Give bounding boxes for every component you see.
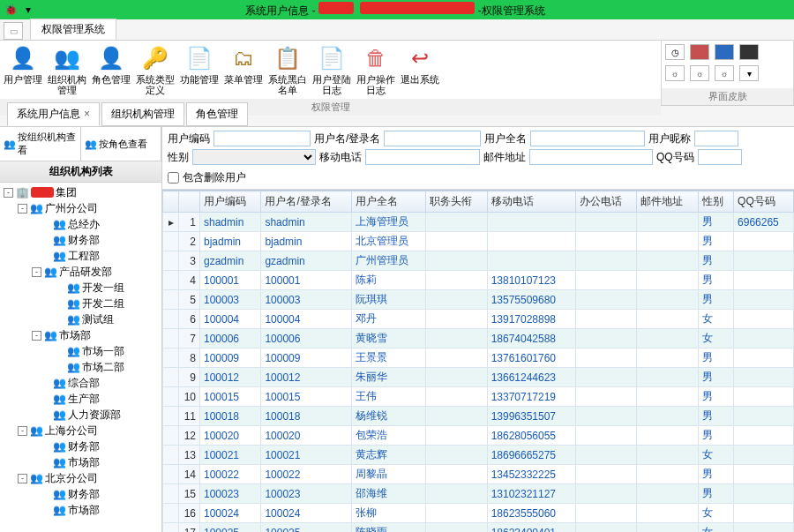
cell-name: 阮琪琪 xyxy=(352,290,426,310)
tree-node[interactable]: 👥生产部 xyxy=(0,391,161,407)
table-row[interactable]: 6 100004 100004 邓丹 13917028898 女 xyxy=(163,310,794,329)
expand-icon[interactable]: - xyxy=(18,474,27,483)
user-grid[interactable]: 用户编码用户名/登录名用户全名职务头衔移动电话办公电话邮件地址性别QQ号码 ▸ … xyxy=(162,190,794,532)
expand-icon[interactable]: - xyxy=(32,331,41,341)
skin-option[interactable] xyxy=(690,44,709,60)
input-login[interactable] xyxy=(384,131,481,146)
column-header[interactable]: 性别 xyxy=(698,191,733,213)
tree-node[interactable]: -👥北京分公司 xyxy=(0,470,161,486)
expand-icon[interactable]: - xyxy=(4,188,13,198)
table-row[interactable]: 16 100024 100024 张柳 18623555060 女 xyxy=(163,504,794,523)
tree-node[interactable]: 👥开发一组 xyxy=(0,280,161,296)
table-row[interactable]: 2 bjadmin bjadmin 北京管理员 男 xyxy=(163,232,794,251)
ribbon-组织机构管理[interactable]: 👥组织机构管理 xyxy=(46,42,88,97)
tree-node[interactable]: 👥财务部 xyxy=(0,438,161,454)
expand-icon[interactable]: - xyxy=(18,426,27,436)
tree-node[interactable]: 👥财务部 xyxy=(0,486,161,502)
tree-node[interactable]: 👥市场一部 xyxy=(0,343,161,359)
skin-option[interactable]: ☼ xyxy=(690,65,709,81)
cell-title xyxy=(426,504,487,523)
input-email[interactable] xyxy=(529,149,653,165)
input-fullname[interactable] xyxy=(530,131,645,146)
tree-node[interactable]: -🏢集团 xyxy=(0,184,161,200)
doc-icon[interactable]: ▭ xyxy=(4,22,23,40)
tree-node[interactable]: 👥人力资源部 xyxy=(0,407,161,423)
ribbon-用户管理[interactable]: 👤用户管理 xyxy=(2,42,44,97)
ribbon-用户登陆日志[interactable]: 📄用户登陆日志 xyxy=(311,42,353,97)
dropdown-icon[interactable]: ▾ xyxy=(21,3,35,17)
skin-option[interactable]: ▾ xyxy=(739,65,759,81)
table-row[interactable]: 11 100018 100018 杨维锐 13996351507 男 xyxy=(163,407,794,426)
main-tab[interactable]: 权限管理系统 xyxy=(30,19,116,40)
tree-node[interactable]: -👥上海分公司 xyxy=(0,423,161,438)
table-row[interactable]: 5 100003 100003 阮琪琪 13575509680 男 xyxy=(163,290,794,310)
tree-node[interactable]: 👥市场二部 xyxy=(0,359,161,375)
view-tab[interactable]: 👥按组织机构查看 xyxy=(0,127,81,161)
table-row[interactable]: 17 100025 100025 陈晓雨 18623400401 女 xyxy=(163,523,794,533)
ribbon-退出系统[interactable]: ↩退出系统 xyxy=(399,42,441,97)
table-row[interactable]: 4 100001 100001 陈莉 13810107123 男 xyxy=(163,271,794,290)
table-row[interactable]: 9 100012 100012 朱丽华 13661244623 男 xyxy=(163,368,794,387)
column-header[interactable]: 用户编码 xyxy=(200,191,261,213)
column-header[interactable] xyxy=(179,191,200,213)
table-row[interactable]: ▸ 1 shadmin shadmin 上海管理员 男 6966265 xyxy=(163,213,794,232)
tree-node[interactable]: 👥市场部 xyxy=(0,454,161,470)
sub-tab[interactable]: 角色管理 xyxy=(186,102,248,126)
table-row[interactable]: 10 100015 100015 王伟 13370717219 男 xyxy=(163,387,794,407)
input-code[interactable] xyxy=(213,131,311,146)
ribbon-功能管理[interactable]: 📄功能管理 xyxy=(178,42,221,97)
skin-option[interactable] xyxy=(715,44,734,60)
table-row[interactable]: 14 100022 100022 周黎晶 13452332225 男 xyxy=(163,465,794,484)
tree-node[interactable]: 👥工程部 xyxy=(0,248,161,264)
expand-icon[interactable]: - xyxy=(18,204,27,214)
expand-icon[interactable]: - xyxy=(32,267,41,277)
column-header[interactable]: 移动电话 xyxy=(487,191,575,213)
org-tree[interactable]: -🏢集团-👥广州分公司👥总经办👥财务部👥工程部-👥产品研发部👥开发一组👥开发二组… xyxy=(0,183,161,532)
checkbox-include-deleted[interactable] xyxy=(168,172,179,184)
titlebar-left: 🐞 ▾ xyxy=(4,3,35,17)
input-qq[interactable] xyxy=(698,149,742,165)
tree-node[interactable]: 👥综合部 xyxy=(0,375,161,391)
column-header[interactable]: 职务头衔 xyxy=(426,191,487,213)
skin-option[interactable]: ◷ xyxy=(665,44,685,60)
table-row[interactable]: 12 100020 100020 包荣浩 18628056055 男 xyxy=(163,426,794,446)
column-header[interactable]: QQ号码 xyxy=(734,191,794,213)
cell-mobile xyxy=(487,232,575,251)
tree-node[interactable]: 👥财务部 xyxy=(0,232,161,248)
ribbon-系统类型定义[interactable]: 🔑系统类型定义 xyxy=(134,42,176,97)
tree-node[interactable]: -👥市场部 xyxy=(0,327,161,343)
tree-node[interactable]: 👥总经办 xyxy=(0,216,161,232)
input-nick[interactable] xyxy=(694,131,738,146)
cell-email xyxy=(637,251,698,271)
skin-option[interactable] xyxy=(739,44,759,60)
table-row[interactable]: 15 100023 100023 邵海维 13102321127 男 xyxy=(163,484,794,504)
table-row[interactable]: 13 100021 100021 黄志辉 18696665275 女 xyxy=(163,446,794,465)
view-tab[interactable]: 👥按角色查看 xyxy=(81,127,162,161)
column-header[interactable]: 邮件地址 xyxy=(637,191,698,213)
table-row[interactable]: 3 gzadmin gzadmin 广州管理员 男 xyxy=(163,251,794,271)
skin-option[interactable]: ☼ xyxy=(665,65,685,81)
input-mobile[interactable] xyxy=(365,149,480,165)
ribbon-系统黑白名单[interactable]: 📋系统黑白名单 xyxy=(266,42,309,97)
table-row[interactable]: 8 100009 100009 王景景 13761601760 男 xyxy=(163,348,794,368)
ribbon-角色管理[interactable]: 👤角色管理 xyxy=(90,42,132,97)
tree-node[interactable]: -👥广州分公司 xyxy=(0,200,161,216)
skin-option[interactable]: ☼ xyxy=(715,65,734,81)
ribbon-用户操作日志[interactable]: 🗑用户操作日志 xyxy=(355,42,397,97)
tree-node[interactable]: 👥开发二组 xyxy=(0,296,161,311)
column-header[interactable] xyxy=(163,191,179,213)
column-header[interactable]: 用户全名 xyxy=(352,191,426,213)
sub-tab[interactable]: 系统用户信息× xyxy=(7,102,100,126)
column-header[interactable]: 办公电话 xyxy=(576,191,637,213)
cell-login: 100024 xyxy=(261,504,352,523)
tree-node[interactable]: -👥产品研发部 xyxy=(0,264,161,280)
sub-tab[interactable]: 组织机构管理 xyxy=(101,102,184,126)
cell-sex: 女 xyxy=(698,504,733,523)
tree-node[interactable]: 👥测试组 xyxy=(0,311,161,327)
table-row[interactable]: 7 100006 100006 黄晓雪 18674042588 女 xyxy=(163,329,794,348)
close-icon[interactable]: × xyxy=(84,108,90,120)
column-header[interactable]: 用户名/登录名 xyxy=(261,191,352,213)
ribbon-菜单管理[interactable]: 🗂菜单管理 xyxy=(222,42,265,97)
tree-node[interactable]: 👥市场部 xyxy=(0,502,161,518)
select-sex[interactable] xyxy=(192,149,316,165)
